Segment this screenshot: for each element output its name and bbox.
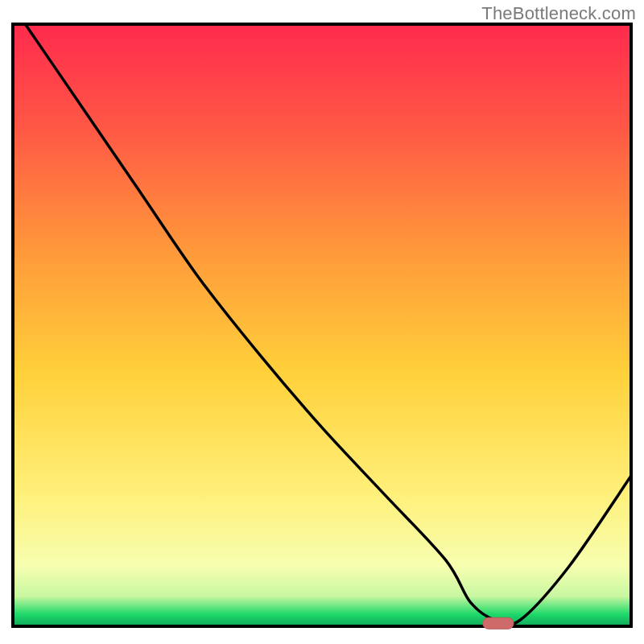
watermark-text: TheBottleneck.com <box>481 3 636 24</box>
plot-background <box>13 24 631 626</box>
chart-stage: TheBottleneck.com <box>0 0 644 644</box>
bottleneck-chart <box>0 0 644 644</box>
optimum-marker <box>483 617 514 629</box>
